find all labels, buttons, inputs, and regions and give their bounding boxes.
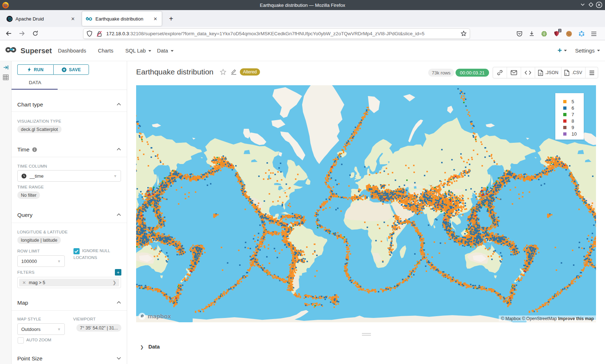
svg-text:x: x [566,72,567,75]
